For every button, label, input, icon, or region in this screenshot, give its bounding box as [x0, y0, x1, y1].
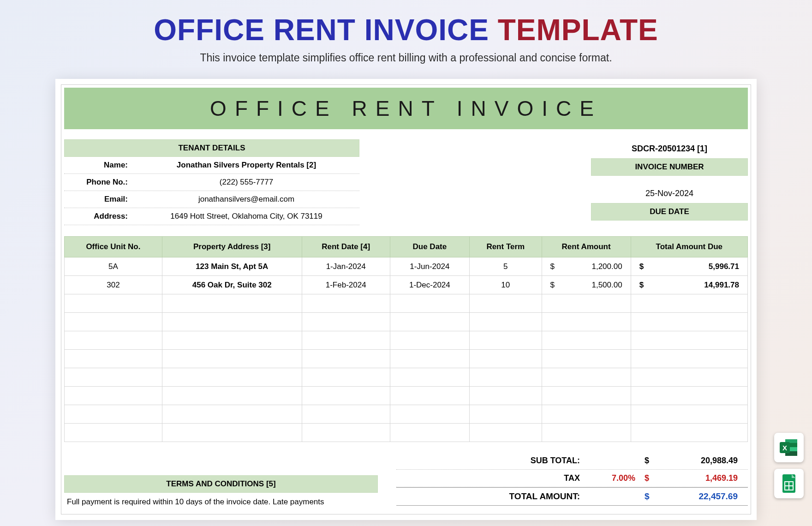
tax-amount: 1,469.19 — [663, 473, 746, 483]
value-email: jonathansilvers@email.com — [133, 191, 359, 208]
table-header: Rent Date [4] — [302, 237, 390, 257]
value-phone: (222) 555-7777 — [133, 174, 359, 191]
page-title: OFFICE RENT INVOICE TEMPLATE — [0, 0, 812, 47]
table-row-empty — [65, 294, 748, 313]
title-part2: TEMPLATE — [498, 13, 658, 47]
invoice-table: Office Unit No.Property Address [3]Rent … — [64, 236, 748, 442]
invoice-meta: SDCR-20501234 [1] INVOICE NUMBER 25-Nov-… — [591, 139, 748, 225]
label-address: Address: — [64, 208, 133, 225]
terms-block: TERMS AND CONDITIONS [5] Full payment is… — [64, 475, 378, 511]
svg-text:X: X — [782, 444, 787, 452]
format-icons: X — [774, 433, 804, 498]
total-amount: 22,457.69 — [663, 491, 746, 502]
title-part1: OFFICE RENT INVOICE — [154, 13, 489, 47]
table-row-empty — [65, 368, 748, 387]
page-subtitle: This invoice template simplifies office … — [0, 52, 812, 64]
label-email: Email: — [64, 191, 133, 208]
terms-body: Full payment is required within 10 days … — [64, 493, 378, 511]
tenant-phone-row: Phone No.: (222) 555-7777 — [64, 174, 359, 191]
invoice-banner: OFFICE RENT INVOICE — [64, 88, 748, 129]
terms-heading: TERMS AND CONDITIONS [5] — [64, 475, 378, 493]
table-row-empty — [65, 350, 748, 368]
tenant-section-head: TENANT DETAILS — [64, 139, 359, 157]
document-frame: OFFICE RENT INVOICE TENANT DETAILS Name:… — [55, 79, 757, 520]
sheets-icon[interactable] — [774, 469, 804, 498]
table-header: Due Date — [390, 237, 469, 257]
subtotal-amount: 20,988.49 — [663, 456, 746, 466]
label-phone: Phone No.: — [64, 174, 133, 191]
total-label: TOTAL AMOUNT: — [398, 491, 594, 502]
invoice-number-value: SDCR-20501234 [1] — [591, 139, 748, 158]
tenant-address-row: Address: 1649 Hott Street, Oklahoma City… — [64, 208, 359, 225]
due-date-value: 25-Nov-2024 — [591, 184, 748, 203]
table-row-empty — [65, 331, 748, 350]
table-header: Property Address [3] — [162, 237, 302, 257]
table-row: 5A123 Main St, Apt 5A1-Jan-20241-Jun-202… — [65, 257, 748, 276]
table-row-empty — [65, 405, 748, 424]
due-date-label: DUE DATE — [591, 203, 748, 221]
table-header: Total Amount Due — [631, 237, 747, 257]
table-header: Rent Amount — [542, 237, 631, 257]
subtotal-label: SUB TOTAL: — [398, 456, 594, 466]
totals-block: SUB TOTAL: $ 20,988.49 TAX 7.00% $ 1,469… — [396, 452, 748, 506]
value-name: Jonathan Silvers Property Rentals [2] — [133, 157, 359, 173]
table-row: 302456 Oak Dr, Suite 3021-Feb-20241-Dec-… — [65, 276, 748, 294]
tax-label: TAX — [398, 473, 594, 483]
value-address: 1649 Hott Street, Oklahoma City, OK 7311… — [133, 208, 359, 225]
excel-icon[interactable]: X — [774, 433, 804, 462]
tax-row: TAX 7.00% $ 1,469.19 — [396, 470, 748, 487]
table-row-empty — [65, 387, 748, 405]
subtotal-row: SUB TOTAL: $ 20,988.49 — [396, 452, 748, 470]
tax-pct: 7.00% — [594, 473, 645, 483]
total-row: TOTAL AMOUNT: $ 22,457.69 — [396, 487, 748, 506]
table-row-empty — [65, 424, 748, 442]
table-header: Office Unit No. — [65, 237, 162, 257]
invoice-number-label: INVOICE NUMBER — [591, 158, 748, 176]
label-name: Name: — [64, 157, 133, 173]
tenant-email-row: Email: jonathansilvers@email.com — [64, 191, 359, 208]
tenant-details: TENANT DETAILS Name: Jonathan Silvers Pr… — [64, 139, 359, 225]
table-row-empty — [65, 313, 748, 331]
table-header: Rent Term — [470, 237, 542, 257]
tenant-name-row: Name: Jonathan Silvers Property Rentals … — [64, 157, 359, 174]
